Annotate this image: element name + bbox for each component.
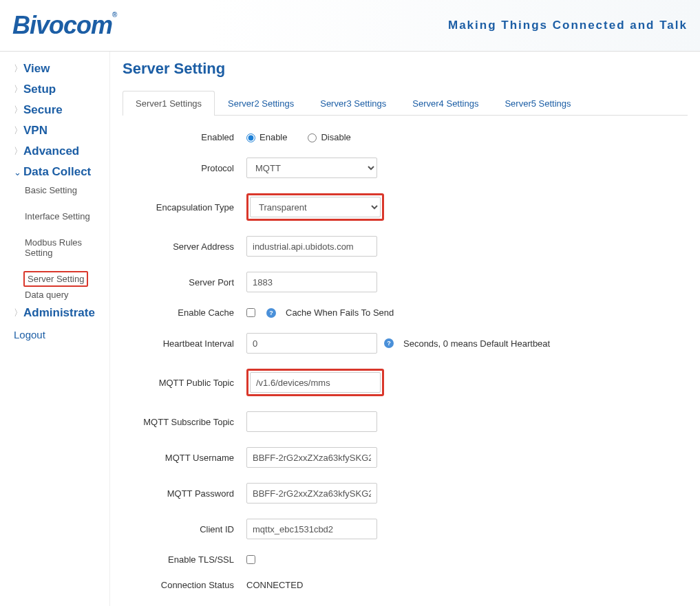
- nav-label: Data Collect: [23, 165, 91, 179]
- disable-radio[interactable]: [308, 133, 317, 142]
- nav-vpn[interactable]: 〉VPN: [14, 120, 109, 141]
- cache-hint: Cache When Fails To Send: [286, 307, 394, 318]
- server-addr-input[interactable]: [246, 236, 377, 257]
- mqtt-pub-highlight: [246, 369, 384, 396]
- nav-advanced[interactable]: 〉Advanced: [14, 141, 109, 162]
- tab-server1[interactable]: Server1 Settings: [123, 91, 215, 116]
- subnav: Basic Setting Interface Setting Modbus R…: [14, 182, 109, 303]
- mqtt-user-input[interactable]: [246, 447, 377, 468]
- nav-label: VPN: [23, 124, 47, 138]
- tabs: Server1 Settings Server2 Settings Server…: [123, 90, 688, 116]
- chevron-right-icon: 〉: [14, 145, 23, 158]
- mqtt-pass-input[interactable]: [246, 483, 377, 504]
- subnav-interface-setting[interactable]: Interface Setting: [23, 208, 109, 224]
- enable-radio[interactable]: [246, 133, 255, 142]
- heartbeat-label: Heartbeat Interval: [123, 338, 246, 349]
- enable-cache-checkbox[interactable]: [246, 308, 255, 317]
- main-content: Server Setting Server1 Settings Server2 …: [110, 52, 700, 606]
- nav-label: View: [23, 62, 50, 76]
- tab-server2[interactable]: Server2 Settings: [215, 91, 307, 116]
- heartbeat-input[interactable]: [246, 333, 377, 354]
- server-port-label: Server Port: [123, 277, 246, 288]
- heartbeat-hint: Seconds, 0 means Default Heartbeat: [403, 338, 550, 349]
- chevron-right-icon: 〉: [14, 307, 23, 319]
- enable-cache-label: Enable Cache: [123, 307, 246, 318]
- nav-label: Setup: [23, 83, 56, 96]
- encap-label: Encapsulation Type: [123, 202, 246, 213]
- chevron-down-icon: ⌄: [14, 167, 23, 177]
- client-id-input[interactable]: [246, 519, 377, 539]
- form: Enabled Enable Disable Protocol MQTT Enc…: [123, 116, 688, 606]
- header: Bivocom® Making Things Connected and Tal…: [0, 0, 700, 52]
- sidebar: 〉View 〉Setup 〉Secure 〉VPN 〉Advanced ⌄Dat…: [0, 52, 110, 606]
- nav-data-collect[interactable]: ⌄Data Collect: [14, 162, 109, 182]
- conn-status-value: CONNECTED: [246, 580, 303, 590]
- conn-status-label: Connection Status: [123, 580, 246, 590]
- disable-option[interactable]: Disable: [308, 132, 350, 142]
- help-icon[interactable]: ?: [384, 338, 394, 348]
- tab-server3[interactable]: Server3 Settings: [307, 91, 399, 116]
- nav-setup[interactable]: 〉Setup: [14, 79, 109, 100]
- chevron-right-icon: 〉: [14, 125, 23, 137]
- enabled-label: Enabled: [123, 132, 246, 142]
- logo: Bivocom®: [12, 11, 116, 40]
- nav-administrate[interactable]: 〉Administrate: [14, 303, 109, 323]
- mqtt-user-label: MQTT Username: [123, 453, 246, 463]
- protocol-label: Protocol: [123, 163, 246, 173]
- server-port-input[interactable]: [246, 272, 377, 292]
- subnav-data-query[interactable]: Data query: [23, 287, 109, 303]
- enable-option[interactable]: Enable: [246, 132, 287, 142]
- mqtt-pub-input[interactable]: [250, 372, 381, 393]
- tagline: Making Things Connected and Talk: [448, 19, 688, 32]
- subnav-server-setting[interactable]: Server Setting: [23, 271, 88, 287]
- mqtt-sub-input[interactable]: [246, 411, 377, 432]
- tab-server4[interactable]: Server4 Settings: [399, 91, 491, 116]
- chevron-right-icon: 〉: [14, 104, 23, 116]
- mqtt-pub-label: MQTT Public Topic: [123, 378, 246, 388]
- server-addr-label: Server Address: [123, 241, 246, 252]
- client-id-label: Client ID: [123, 524, 246, 534]
- nav-label: Administrate: [23, 306, 95, 320]
- tls-checkbox[interactable]: [246, 555, 255, 564]
- subnav-modbus-rules[interactable]: Modbus Rules Setting: [23, 235, 109, 261]
- mqtt-pass-label: MQTT Password: [123, 488, 246, 499]
- tab-server5[interactable]: Server5 Settings: [491, 91, 584, 116]
- nav-label: Secure: [23, 103, 63, 117]
- nav-view[interactable]: 〉View: [14, 58, 109, 79]
- encap-highlight: Transparent: [246, 193, 384, 221]
- nav-label: Advanced: [23, 144, 79, 158]
- protocol-select[interactable]: MQTT: [246, 158, 377, 178]
- logout-link[interactable]: Logout: [14, 323, 109, 346]
- nav-secure[interactable]: 〉Secure: [14, 100, 109, 120]
- subnav-basic-setting[interactable]: Basic Setting: [23, 182, 109, 198]
- chevron-right-icon: 〉: [14, 63, 23, 75]
- tls-label: Enable TLS/SSL: [123, 554, 246, 565]
- help-icon[interactable]: ?: [266, 308, 276, 318]
- mqtt-sub-label: MQTT Subscribe Topic: [123, 417, 246, 427]
- page-title: Server Setting: [123, 60, 688, 78]
- chevron-right-icon: 〉: [14, 83, 23, 96]
- encap-select[interactable]: Transparent: [250, 197, 381, 217]
